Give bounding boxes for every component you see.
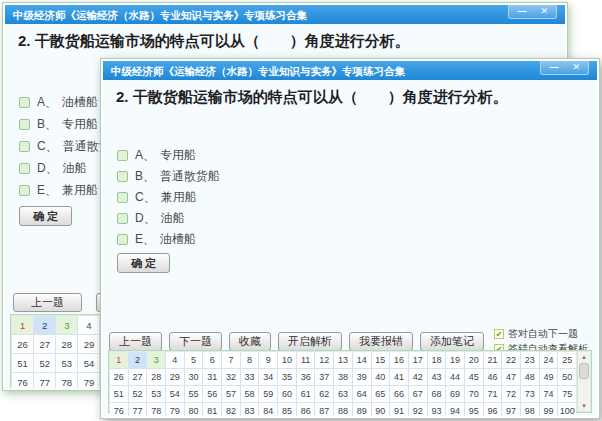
question-number-cell[interactable]: 8 (241, 352, 259, 368)
question-number-cell[interactable]: 84 (259, 403, 277, 416)
question-number-cell[interactable]: 47 (502, 369, 520, 385)
auto-next-setting[interactable]: ✔ 答对自动下一题 (494, 327, 597, 341)
question-number-cell[interactable]: 37 (315, 369, 333, 385)
question-number-cell[interactable]: 64 (353, 386, 371, 402)
question-number-cell[interactable]: 45 (465, 369, 483, 385)
scroll-up-icon[interactable]: ▲ (578, 352, 590, 362)
question-number-cell[interactable]: 26 (12, 335, 33, 353)
question-number-cell[interactable]: 4 (78, 316, 99, 334)
question-number-cell[interactable]: 86 (297, 403, 315, 416)
question-number-cell[interactable]: 88 (334, 403, 352, 416)
question-number-cell[interactable]: 28 (147, 369, 165, 385)
question-number-cell[interactable]: 51 (110, 386, 128, 402)
question-number-cell[interactable]: 14 (353, 352, 371, 368)
question-number-cell[interactable]: 79 (166, 403, 184, 416)
minimize-icon[interactable]: — (549, 63, 558, 72)
question-number-cell[interactable]: 29 (78, 335, 99, 353)
question-number-cell[interactable]: 21 (484, 352, 502, 368)
question-number-cell[interactable]: 69 (446, 386, 464, 402)
question-number-cell[interactable]: 46 (484, 369, 502, 385)
question-number-cell[interactable]: 65 (372, 386, 390, 402)
favorite-button[interactable]: 收藏 (229, 332, 271, 351)
question-number-cell[interactable]: 60 (278, 386, 296, 402)
question-number-cell[interactable]: 62 (315, 386, 333, 402)
question-number-cell[interactable]: 42 (409, 369, 427, 385)
question-number-cell[interactable]: 43 (428, 369, 446, 385)
question-number-cell[interactable]: 94 (446, 403, 464, 416)
question-number-cell[interactable]: 28 (56, 335, 77, 353)
question-number-cell[interactable]: 96 (484, 403, 502, 416)
question-number-cell[interactable]: 48 (521, 369, 539, 385)
question-number-cell[interactable]: 32 (222, 369, 240, 385)
prev-button[interactable]: 上一题 (13, 293, 82, 312)
question-number-cell[interactable]: 100 (558, 403, 576, 416)
question-number-cell[interactable]: 54 (166, 386, 184, 402)
question-number-cell[interactable]: 71 (484, 386, 502, 402)
option-row[interactable]: E、 油槽船 (117, 229, 220, 250)
question-number-cell[interactable]: 53 (56, 354, 77, 372)
question-number-cell[interactable]: 23 (521, 352, 539, 368)
confirm-button[interactable]: 确 定 (19, 206, 72, 226)
question-number-cell[interactable]: 12 (315, 352, 333, 368)
show-analysis-button[interactable]: 开启解析 (278, 332, 342, 351)
question-number-cell[interactable]: 24 (540, 352, 558, 368)
question-number-cell[interactable]: 82 (222, 403, 240, 416)
question-number-cell[interactable]: 33 (241, 369, 259, 385)
question-number-cell[interactable]: 16 (390, 352, 408, 368)
question-number-cell[interactable]: 17 (409, 352, 427, 368)
front-titlebar[interactable]: 中级经济师《运输经济（水路）专业知识与实务》专项练习合集 — ✕ (103, 61, 597, 80)
option-checkbox[interactable] (117, 150, 128, 161)
minimize-icon[interactable]: — (517, 7, 526, 16)
question-number-cell[interactable]: 79 (78, 373, 99, 388)
question-number-cell[interactable]: 15 (372, 352, 390, 368)
question-number-cell[interactable]: 59 (259, 386, 277, 402)
question-number-cell[interactable]: 78 (56, 373, 77, 388)
question-number-cell[interactable]: 78 (147, 403, 165, 416)
question-number-cell[interactable]: 1 (12, 316, 33, 334)
question-number-cell[interactable]: 30 (185, 369, 203, 385)
option-row[interactable]: C、 兼用船 (117, 187, 220, 208)
question-number-cell[interactable]: 66 (390, 386, 408, 402)
scroll-thumb[interactable] (579, 363, 589, 379)
option-row[interactable]: B、 普通散货船 (117, 166, 220, 187)
prev-button[interactable]: 上一题 (109, 332, 162, 351)
question-number-cell[interactable]: 2 (129, 352, 147, 368)
add-note-button[interactable]: 添加笔记 (420, 332, 484, 351)
question-number-cell[interactable]: 83 (241, 403, 259, 416)
question-number-cell[interactable]: 52 (129, 386, 147, 402)
question-number-cell[interactable]: 56 (203, 386, 221, 402)
question-number-cell[interactable]: 19 (446, 352, 464, 368)
question-number-cell[interactable]: 53 (147, 386, 165, 402)
question-number-cell[interactable]: 91 (390, 403, 408, 416)
question-number-cell[interactable]: 77 (129, 403, 147, 416)
question-number-cell[interactable]: 51 (12, 354, 33, 372)
option-checkbox[interactable] (19, 163, 30, 174)
question-number-cell[interactable]: 76 (110, 403, 128, 416)
question-number-cell[interactable]: 93 (428, 403, 446, 416)
next-button[interactable]: 下一题 (169, 332, 222, 351)
question-number-cell[interactable]: 26 (110, 369, 128, 385)
question-number-cell[interactable]: 81 (203, 403, 221, 416)
question-number-cell[interactable]: 40 (372, 369, 390, 385)
option-row[interactable]: A、 专用船 (117, 145, 220, 166)
question-number-cell[interactable]: 61 (297, 386, 315, 402)
question-number-cell[interactable]: 75 (558, 386, 576, 402)
checked-checkbox-icon[interactable]: ✔ (494, 329, 504, 339)
question-number-cell[interactable]: 73 (521, 386, 539, 402)
scroll-down-icon[interactable]: ▼ (578, 401, 590, 411)
close-icon[interactable]: ✕ (540, 7, 548, 16)
question-number-cell[interactable]: 63 (334, 386, 352, 402)
question-number-cell[interactable]: 54 (78, 354, 99, 372)
question-number-cell[interactable]: 7 (222, 352, 240, 368)
question-number-cell[interactable]: 13 (334, 352, 352, 368)
question-number-cell[interactable]: 67 (409, 386, 427, 402)
question-number-cell[interactable]: 85 (278, 403, 296, 416)
question-number-cell[interactable]: 89 (353, 403, 371, 416)
question-number-cell[interactable]: 34 (259, 369, 277, 385)
question-number-cell[interactable]: 25 (558, 352, 576, 368)
question-number-cell[interactable]: 87 (315, 403, 333, 416)
question-number-cell[interactable]: 11 (297, 352, 315, 368)
option-checkbox[interactable] (117, 192, 128, 203)
option-checkbox[interactable] (117, 213, 128, 224)
option-checkbox[interactable] (19, 119, 30, 130)
